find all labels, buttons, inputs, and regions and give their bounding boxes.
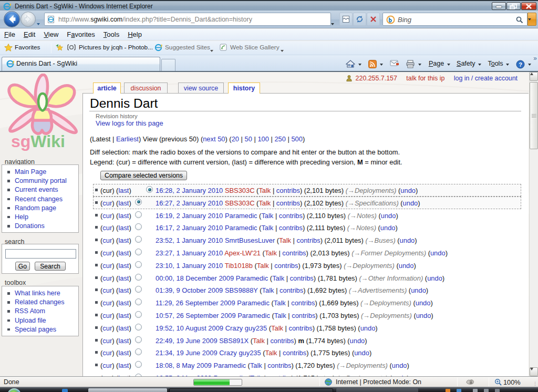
navigation-link[interactable]: Community portal xyxy=(15,177,67,184)
minimize-button[interactable] xyxy=(492,2,506,10)
navigation-link[interactable]: Help xyxy=(15,213,28,221)
search-options-dropdown[interactable] xyxy=(527,13,536,26)
view-logs-link[interactable]: View logs for this page xyxy=(96,119,163,127)
last-link[interactable]: last xyxy=(118,249,129,257)
user-contribs-link[interactable]: contribs xyxy=(274,262,298,270)
user-contribs-link[interactable]: contribs xyxy=(291,299,315,307)
undo-link[interactable]: undo xyxy=(400,187,416,194)
cur-link[interactable]: cur xyxy=(102,312,112,319)
cur-link[interactable]: cur xyxy=(102,224,112,232)
revision-user-link[interactable]: SBS891X xyxy=(219,337,249,345)
scrollbar-down-button[interactable] xyxy=(530,367,538,376)
oldid-radio[interactable] xyxy=(135,311,142,318)
cur-link[interactable]: cur xyxy=(102,286,112,294)
cur-link[interactable]: cur xyxy=(102,299,112,307)
toolbox-link[interactable]: What links here xyxy=(15,290,60,297)
revision-timestamp-link[interactable]: 10:57, 26 September 2009 xyxy=(156,312,236,319)
suggested-sites-button[interactable]: Suggested Sites xyxy=(165,44,210,51)
revision-timestamp-link[interactable]: 00:00, 18 December 2009 xyxy=(156,274,234,282)
revision-timestamp-link[interactable]: 16:17, 2 January 2010 xyxy=(156,224,223,232)
menu-tools[interactable]: Tools xyxy=(99,29,123,38)
cur-link[interactable]: cur xyxy=(102,262,112,270)
cur-link[interactable]: cur xyxy=(102,212,112,220)
restore-button[interactable] xyxy=(506,2,521,10)
wiki-tab-view-source[interactable]: view source xyxy=(178,82,224,93)
undo-link[interactable]: undo xyxy=(350,337,365,345)
revision-timestamp-link[interactable]: 16:27, 2 January 2010 xyxy=(156,199,223,207)
revision-user-link[interactable]: Crazy guy235 xyxy=(225,324,267,332)
per-page-250-link[interactable]: 250 xyxy=(274,135,286,143)
new-tab-button[interactable] xyxy=(161,59,175,71)
home-caret[interactable] xyxy=(357,57,361,67)
sidebar-item-main-page[interactable]: Main Page xyxy=(2,168,78,177)
wiki-tab-history[interactable]: history xyxy=(228,82,260,94)
revision-user-link[interactable]: SBS303C xyxy=(225,199,255,207)
sidebar-item-rss-atom[interactable]: RSS Atom xyxy=(2,307,78,316)
user-talk-link[interactable]: Talk xyxy=(271,324,283,332)
revision-timestamp-link[interactable]: 23:10, 1 January 2010 xyxy=(156,262,223,270)
oldid-radio[interactable] xyxy=(135,199,142,205)
recent-pages-dropdown[interactable] xyxy=(37,18,40,27)
menu-favorites[interactable]: Favorites xyxy=(63,29,99,38)
user-contribs-link[interactable]: contribs xyxy=(270,337,294,345)
user-talk-link[interactable]: Talk xyxy=(262,286,274,294)
sidebar-item-what-links-here[interactable]: What links here xyxy=(2,289,78,298)
undo-link[interactable]: undo xyxy=(360,324,376,332)
search-input[interactable] xyxy=(5,249,76,259)
search-box[interactable]: Bing xyxy=(382,13,527,26)
navigation-link[interactable]: Random page xyxy=(15,204,56,212)
taskbar-button[interactable] xyxy=(336,388,418,392)
revision-user-link[interactable]: Crazy guy235 xyxy=(219,349,261,357)
diff-radio[interactable] xyxy=(146,186,153,193)
wiki-tab-article[interactable]: article xyxy=(93,82,121,94)
address-field[interactable]: http://www.sgwiki.com/index.php?title=De… xyxy=(44,13,331,26)
menu-file[interactable]: File xyxy=(0,29,19,38)
oldid-radio[interactable] xyxy=(135,236,142,243)
revision-user-link[interactable]: Paramedic xyxy=(213,362,246,369)
search-icon[interactable] xyxy=(515,16,524,26)
undo-link[interactable]: undo xyxy=(416,312,431,319)
help-caret[interactable] xyxy=(527,57,531,67)
oldid-radio[interactable] xyxy=(135,261,142,268)
user-contribs-link[interactable]: contribs xyxy=(282,249,306,257)
revision-user-link[interactable]: Paramedic xyxy=(237,312,270,319)
revision-user-link[interactable]: Paramedic xyxy=(225,212,257,220)
user-talk-link[interactable]: Talk xyxy=(274,312,286,319)
revision-timestamp-link[interactable]: 18:08, 8 May 2009 xyxy=(156,362,212,369)
user-talk-link[interactable]: Talk xyxy=(253,337,265,345)
sidebar-item-related-changes[interactable]: Related changes xyxy=(2,298,78,307)
menu-edit[interactable]: Edit xyxy=(19,29,39,38)
vertical-scrollbar[interactable] xyxy=(529,72,538,376)
user-talk-link[interactable]: Talk xyxy=(272,274,284,282)
navigation-link[interactable]: Current events xyxy=(15,186,58,193)
per-page-500-link[interactable]: 500 xyxy=(291,135,303,143)
last-link[interactable]: last xyxy=(118,262,129,270)
last-link[interactable]: last xyxy=(118,212,129,220)
last-link[interactable]: last xyxy=(118,236,129,244)
toolbox-link[interactable]: RSS Atom xyxy=(15,307,45,315)
last-link[interactable]: last xyxy=(118,362,129,369)
scrollbar-up-button[interactable] xyxy=(530,72,538,81)
web-slice-gallery-caret[interactable] xyxy=(281,46,284,54)
undo-link[interactable]: undo xyxy=(381,212,396,220)
user-talk-link[interactable]: Talk xyxy=(258,199,271,207)
toolbox-link[interactable]: Upload file xyxy=(15,317,46,324)
scrollbar-thumb[interactable] xyxy=(530,82,538,149)
toolbar-overflow-chevron[interactable]: » xyxy=(533,55,536,62)
last-link[interactable]: last xyxy=(118,299,129,307)
oldid-radio[interactable] xyxy=(135,274,142,281)
tray-icon[interactable] xyxy=(495,389,500,392)
back-button[interactable] xyxy=(4,11,20,27)
title-bar[interactable]: Dennis Dart - SgWiki - Windows Internet … xyxy=(0,0,538,11)
revision-timestamp-link[interactable]: 23:27, 1 January 2010 xyxy=(156,249,223,257)
oldid-radio[interactable] xyxy=(135,286,142,293)
cur-link[interactable]: cur xyxy=(102,349,112,357)
undo-link[interactable]: undo xyxy=(403,199,418,207)
last-link[interactable]: last xyxy=(118,312,129,319)
menu-help[interactable]: Help xyxy=(123,29,146,38)
undo-link[interactable]: undo xyxy=(354,349,369,357)
undo-link[interactable]: undo xyxy=(392,362,407,369)
navigation-link[interactable]: Recent changes xyxy=(15,195,63,203)
cur-link[interactable]: cur xyxy=(102,362,112,369)
favorites-button[interactable]: Favorites xyxy=(15,44,40,51)
